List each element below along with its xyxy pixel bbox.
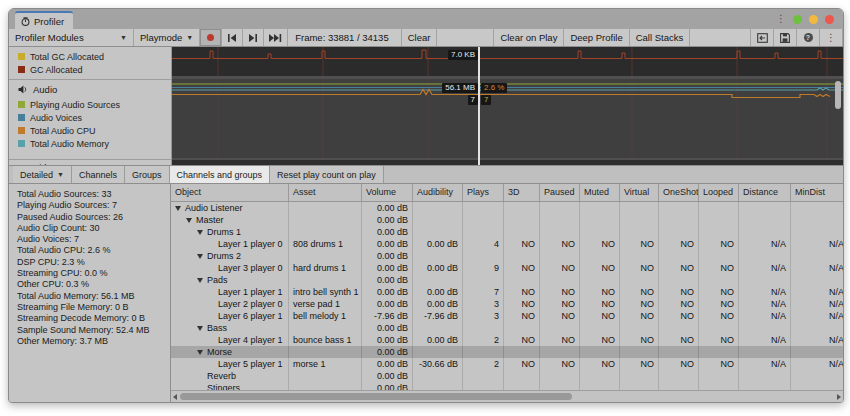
foldout-arrow-icon[interactable] — [197, 230, 207, 235]
detailed-view-dropdown[interactable]: Detailed ▼ — [13, 166, 72, 183]
title-bar[interactable]: Profiler ⋮ — [9, 9, 843, 29]
table-row[interactable]: Bass0.00 dB — [171, 322, 843, 334]
cell-object[interactable]: Layer 1 player 0 — [171, 238, 289, 250]
foldout-arrow-icon[interactable] — [197, 326, 207, 331]
table-row[interactable]: Drums 20.00 dB — [171, 250, 843, 262]
profiler-modules-label: Profiler Modules — [15, 32, 84, 43]
table-row[interactable]: Layer 5 player 1morse 10.00 dB-30.66 dB2… — [171, 358, 843, 370]
column-header-distance[interactable]: Distance — [739, 184, 791, 201]
horizontal-scrollbar[interactable] — [171, 390, 843, 402]
table-row[interactable]: Drums 10.00 dB — [171, 226, 843, 238]
cell-object[interactable]: Audio Listener — [171, 202, 289, 214]
traffic-light-yellow[interactable] — [809, 15, 818, 24]
scroll-left-arrow-icon[interactable] — [173, 394, 177, 400]
table-row[interactable]: Layer 6 player 1bell melody 1-7.96 dB-7.… — [171, 310, 843, 322]
legend-item[interactable]: Total Audio Memory — [9, 137, 171, 150]
cell-audibility — [413, 274, 463, 286]
next-frame-button[interactable] — [243, 29, 264, 46]
cell-paused — [540, 370, 580, 382]
foldout-arrow-icon[interactable] — [197, 278, 207, 283]
foldout-arrow-icon[interactable] — [186, 218, 196, 223]
column-header-paused[interactable]: Paused — [540, 184, 580, 201]
foldout-arrow-icon[interactable] — [197, 350, 207, 355]
cell-object[interactable]: Layer 4 player 1 — [171, 334, 289, 346]
foldout-arrow-icon[interactable] — [197, 254, 207, 259]
cell-object[interactable]: Reverb — [171, 370, 289, 382]
deep-profile-toggle[interactable]: Deep Profile — [564, 29, 629, 46]
clear-button[interactable]: Clear — [402, 29, 438, 46]
profiler-window-tab[interactable]: Profiler — [15, 11, 73, 29]
traffic-light-green[interactable] — [793, 15, 802, 24]
cell-object[interactable]: Stingers — [171, 382, 289, 390]
tab-channels-and-groups[interactable]: Channels and groups — [170, 166, 271, 183]
cell-object[interactable]: Pads — [171, 274, 289, 286]
cell-object[interactable]: Morse — [171, 346, 289, 358]
cell-object[interactable]: Layer 1 player 1 — [171, 286, 289, 298]
legend-item[interactable]: Total GC Allocated — [9, 50, 171, 63]
cell-object[interactable]: Drums 2 — [171, 250, 289, 262]
table-row[interactable]: Layer 1 player 1intro bell synth 10.00 d… — [171, 286, 843, 298]
load-profile-button[interactable] — [750, 29, 774, 46]
cell-looped — [699, 370, 739, 382]
audio-module-header[interactable]: Audio — [9, 80, 171, 98]
help-button[interactable]: ? — [797, 29, 820, 46]
column-header-plays[interactable]: Plays — [463, 184, 504, 201]
column-header-muted[interactable]: Muted — [580, 184, 620, 201]
foldout-arrow-icon[interactable] — [175, 206, 185, 211]
cell-volume: 0.00 dB — [362, 370, 413, 382]
table-row[interactable]: Reverb0.00 dB — [171, 370, 843, 382]
table-row[interactable]: Pads0.00 dB — [171, 274, 843, 286]
clear-on-play-toggle[interactable]: Clear on Play — [493, 29, 564, 46]
cell-is3d — [504, 346, 540, 358]
column-header-mindist[interactable]: MinDist — [791, 184, 843, 201]
call-stacks-dropdown[interactable]: Call Stacks — [630, 29, 691, 46]
column-header-volume[interactable]: Volume — [362, 184, 413, 201]
cell-object[interactable]: Bass — [171, 322, 289, 334]
column-header-audibility[interactable]: Audibility — [413, 184, 463, 201]
column-header-oneshot[interactable]: OneShot — [659, 184, 699, 201]
chart-vertical-scrollbar[interactable] — [835, 81, 841, 109]
legend-item[interactable]: Audio Voices — [9, 111, 171, 124]
cell-looped: NO — [699, 358, 739, 370]
record-button[interactable] — [200, 29, 222, 46]
column-header-is3d[interactable]: 3D — [504, 184, 540, 201]
legend-item[interactable]: GC Allocated — [9, 63, 171, 76]
column-header-object[interactable]: Object — [171, 184, 289, 201]
scroll-right-arrow-icon[interactable] — [837, 394, 841, 400]
chart-playhead[interactable] — [478, 47, 480, 165]
legend-item[interactable]: Playing Audio Sources — [9, 98, 171, 111]
playmode-dropdown[interactable]: Playmode ▼ — [134, 29, 200, 46]
save-profile-button[interactable] — [774, 29, 797, 46]
table-row[interactable]: Morse0.00 dB — [171, 346, 843, 358]
reset-play-count-toggle[interactable]: Reset play count on play — [270, 166, 384, 183]
table-row[interactable]: Layer 3 player 0hard drums 10.00 dB0.00 … — [171, 262, 843, 274]
toolbar-kebab-menu[interactable]: ⋮ — [820, 29, 843, 46]
previous-frame-button[interactable] — [222, 29, 243, 46]
cell-object[interactable]: Layer 3 player 0 — [171, 262, 289, 274]
profiler-modules-dropdown[interactable]: Profiler Modules ▼ — [9, 29, 134, 46]
profiler-charts-svg — [172, 47, 843, 165]
table-row[interactable]: Master0.00 dB — [171, 214, 843, 226]
current-frame-button[interactable] — [264, 29, 288, 46]
scrollbar-thumb[interactable] — [180, 393, 572, 400]
legend-item[interactable]: Total Audio CPU — [9, 124, 171, 137]
cell-object[interactable]: Layer 6 player 1 — [171, 310, 289, 322]
tab-channels[interactable]: Channels — [72, 166, 125, 183]
tab-groups[interactable]: Groups — [125, 166, 170, 183]
table-row[interactable]: Audio Listener0.00 dB — [171, 202, 843, 214]
chart-plot-area[interactable]: 7.0 KB 56.1 MB 2.6 % 7 7 — [172, 47, 843, 165]
titlebar-menu-icon[interactable]: ⋮ — [776, 14, 786, 24]
traffic-light-red[interactable] — [825, 15, 834, 24]
cell-object[interactable]: Drums 1 — [171, 226, 289, 238]
column-header-looped[interactable]: Looped — [699, 184, 739, 201]
cell-object[interactable]: Layer 5 player 1 — [171, 358, 289, 370]
column-header-virtual[interactable]: Virtual — [620, 184, 659, 201]
column-header-asset[interactable]: Asset — [289, 184, 362, 201]
video-module-header[interactable]: Video — [9, 160, 57, 165]
table-row[interactable]: Layer 1 player 0808 drums 10.00 dB0.00 d… — [171, 238, 843, 250]
table-row[interactable]: Layer 2 player 0verse pad 10.00 dB0.00 d… — [171, 298, 843, 310]
table-row[interactable]: Stingers0.00 dB — [171, 382, 843, 390]
cell-object[interactable]: Master — [171, 214, 289, 226]
table-row[interactable]: Layer 4 player 1bounce bass 10.00 dB0.00… — [171, 334, 843, 346]
cell-object[interactable]: Layer 2 player 0 — [171, 298, 289, 310]
